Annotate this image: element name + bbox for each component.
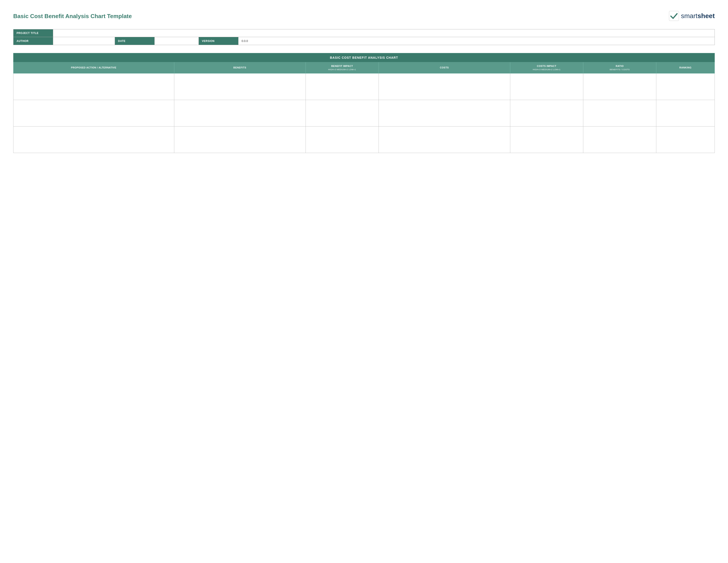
logo-smart: smart [681, 12, 698, 19]
ratio-sub: BENEFITS / COSTS [585, 68, 654, 71]
row1-ratio[interactable] [583, 73, 656, 100]
costs-impact-label: COSTS IMPACT [537, 65, 556, 67]
main-table-title: BASIC COST BENEFIT ANALYSIS CHART [13, 53, 715, 62]
row3-costs-impact[interactable] [510, 126, 583, 153]
author-label: AUTHOR [13, 37, 53, 45]
header-costs: COSTS [379, 62, 510, 73]
row2-costs[interactable] [379, 100, 510, 126]
row2-costs-impact[interactable] [510, 100, 583, 126]
table-row [13, 100, 715, 126]
header-ratio: RATIO BENEFITS / COSTS [583, 62, 656, 73]
page-title: Basic Cost Benefit Analysis Chart Templa… [13, 13, 132, 20]
main-table-header-row: PROPOSED ACTION / ALTERNATIVE BENEFITS B… [13, 62, 715, 73]
row2-ranking[interactable] [656, 100, 715, 126]
row3-costs[interactable] [379, 126, 510, 153]
info-row-author: AUTHOR DATE VERSION 0.0.0 [13, 37, 715, 45]
row3-ranking[interactable] [656, 126, 715, 153]
row1-benefit-impact[interactable] [306, 73, 379, 100]
project-title-label: PROJECT TITLE [13, 29, 53, 37]
project-title-value[interactable] [53, 29, 715, 37]
costs-impact-sub: HIGH=3 MEDIUM=2 LOW=1 [512, 68, 581, 71]
row2-ratio[interactable] [583, 100, 656, 126]
header-ranking: RANKING [656, 62, 715, 73]
author-value[interactable] [53, 37, 115, 45]
table-row [13, 126, 715, 153]
header-benefits: BENEFITS [174, 62, 306, 73]
info-table: PROJECT TITLE AUTHOR DATE VERSION 0.0.0 [13, 29, 715, 45]
date-label: DATE [115, 37, 155, 45]
benefit-impact-sub: HIGH=3 MEDIUM=2 LOW=1 [308, 68, 377, 71]
row2-proposed[interactable] [13, 100, 174, 126]
logo-container: smartsheet [669, 11, 715, 21]
header-costs-impact: COSTS IMPACT HIGH=3 MEDIUM=2 LOW=1 [510, 62, 583, 73]
benefit-impact-label: BENEFIT IMPACT [331, 65, 353, 67]
version-value[interactable]: 0.0.0 [238, 37, 715, 45]
row1-costs[interactable] [379, 73, 510, 100]
main-analysis-table: BASIC COST BENEFIT ANALYSIS CHART PROPOS… [13, 53, 715, 153]
date-value[interactable] [155, 37, 199, 45]
info-row-project: PROJECT TITLE [13, 29, 715, 37]
row2-benefits[interactable] [174, 100, 306, 126]
logo-text: smartsheet [681, 12, 715, 20]
row1-proposed[interactable] [13, 73, 174, 100]
row3-benefits[interactable] [174, 126, 306, 153]
main-table-title-row: BASIC COST BENEFIT ANALYSIS CHART [13, 53, 715, 62]
table-row [13, 73, 715, 100]
logo-sheet: sheet [698, 12, 715, 19]
row1-ranking[interactable] [656, 73, 715, 100]
version-label: VERSION [199, 37, 238, 45]
row1-benefits[interactable] [174, 73, 306, 100]
row2-benefit-impact[interactable] [306, 100, 379, 126]
row3-benefit-impact[interactable] [306, 126, 379, 153]
header-proposed-action: PROPOSED ACTION / ALTERNATIVE [13, 62, 174, 73]
ratio-label: RATIO [616, 65, 624, 67]
page-header: Basic Cost Benefit Analysis Chart Templa… [13, 11, 715, 21]
row1-costs-impact[interactable] [510, 73, 583, 100]
header-benefit-impact: BENEFIT IMPACT HIGH=3 MEDIUM=2 LOW=1 [306, 62, 379, 73]
row3-ratio[interactable] [583, 126, 656, 153]
row3-proposed[interactable] [13, 126, 174, 153]
logo-icon [669, 11, 679, 21]
